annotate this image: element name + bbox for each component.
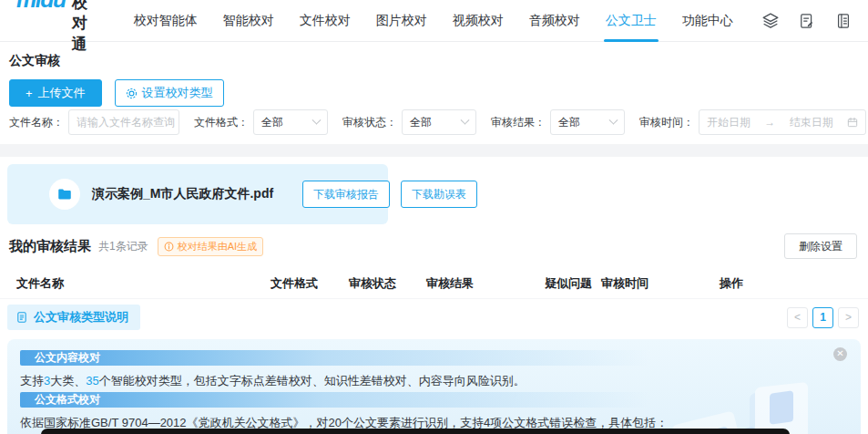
logo-suffix-text: 校对通 <box>72 0 88 55</box>
set-proof-type-button[interactable]: 设置校对类型 <box>115 79 224 107</box>
format-proof-heading: 公文格式校对 <box>20 392 650 408</box>
section-divider <box>0 144 868 157</box>
main-nav: 校对智能体 智能校对 文件校对 图片校对 视频校对 音频校对 公文卫士 功能中心 <box>121 0 746 42</box>
column-review-time: 审核时间 <box>601 275 648 292</box>
top-nav-bar: midu 校对通 校对智能体 智能校对 文件校对 图片校对 视频校对 音频校对 … <box>0 0 868 42</box>
window-bottom-edge <box>41 429 790 434</box>
header-actions: w <box>746 9 868 33</box>
content-text-part: 支持 <box>20 374 44 388</box>
column-review-result: 审核结果 <box>426 275 474 292</box>
review-time-label: 审核时间： <box>639 115 694 130</box>
action-buttons: + 上传文件 设置校对类型 <box>9 79 224 107</box>
delete-settings-label: 删除设置 <box>799 239 842 254</box>
filter-review-result: 审核结果： 全部 <box>491 109 625 135</box>
calendar-icon <box>847 117 858 128</box>
column-suspected-issues: 疑似问题 <box>545 275 592 292</box>
next-page-button[interactable]: > <box>838 307 859 328</box>
nav-item-proof-agent[interactable]: 校对智能体 <box>121 0 210 42</box>
review-result-value: 全部 <box>558 115 580 130</box>
document-icon <box>15 311 28 324</box>
end-date-placeholder: 结束日期 <box>790 115 833 130</box>
chevron-down-icon <box>461 115 470 124</box>
content-proof-heading-band: 公文内容校对 <box>20 350 650 366</box>
content-highlight-35: 35 <box>86 374 98 388</box>
file-name-search-input[interactable]: 请输入文件名称查询 <box>68 109 179 135</box>
file-name-placeholder: 请输入文件名称查询 <box>77 115 175 130</box>
column-file-name: 文件名称 <box>16 275 64 292</box>
doc-type-description-label: 公文审核类型说明 <box>34 309 128 326</box>
filter-file-format: 文件格式： 全部 <box>194 109 328 135</box>
content-text-part: 个智能校对类型，包括文字标点差错校对、知识性差错校对、内容导向风险识别。 <box>99 374 526 388</box>
page-number-1[interactable]: 1 <box>812 307 833 328</box>
content-text-part: 大类、 <box>50 374 86 388</box>
filter-bar: 文件名称： 请输入文件名称查询 文件格式： 全部 审核状态： 全部 审核结果： … <box>9 109 868 135</box>
filter-review-status: 审核状态： 全部 <box>342 109 476 135</box>
range-arrow: → <box>764 116 775 129</box>
plus-icon: + <box>26 87 33 100</box>
ai-generated-badge: 校对结果由AI生成 <box>158 237 263 256</box>
next-page-arrow-icon: > <box>845 311 852 324</box>
delete-settings-button[interactable]: 删除设置 <box>784 233 857 259</box>
prev-page-button[interactable]: < <box>787 307 808 328</box>
page-title: 公文审核 <box>9 53 60 69</box>
results-title: 我的审核结果 <box>9 238 91 255</box>
review-result-select[interactable]: 全部 <box>550 109 625 135</box>
folder-icon <box>49 179 80 210</box>
doc-type-description-tab[interactable]: 公文审核类型说明 <box>7 305 140 330</box>
banner-illustration <box>653 385 817 434</box>
nav-item-image-proof[interactable]: 图片校对 <box>363 0 440 42</box>
upload-file-button[interactable]: + 上传文件 <box>9 79 102 107</box>
date-range-picker[interactable]: 开始日期 → 结束日期 <box>699 109 866 135</box>
file-format-label: 文件格式： <box>194 115 249 130</box>
review-status-value: 全部 <box>410 115 432 130</box>
nav-item-audio-proof[interactable]: 音频校对 <box>516 0 593 42</box>
upload-file-label: 上传文件 <box>38 85 86 101</box>
ai-generated-badge-label: 校对结果由AI生成 <box>178 240 257 253</box>
review-status-select[interactable]: 全部 <box>402 109 476 135</box>
info-icon <box>164 242 174 252</box>
app-logo[interactable]: midu 校对通 <box>16 0 88 55</box>
nav-item-file-proof[interactable]: 文件校对 <box>287 0 363 42</box>
chevron-down-icon <box>609 115 618 124</box>
set-proof-type-label: 设置校对类型 <box>142 85 213 101</box>
notebook-icon[interactable] <box>832 9 855 33</box>
download-errata-button[interactable]: 下载勘误表 <box>401 181 477 208</box>
results-header-row: 我的审核结果 共1条记录 校对结果由AI生成 删除设置 <box>9 233 857 259</box>
column-actions: 操作 <box>720 275 743 292</box>
start-date-placeholder: 开始日期 <box>707 115 751 130</box>
chevron-down-icon <box>312 115 322 124</box>
demo-file-name: 演示案例_M市人民政府文件.pdf <box>92 186 273 202</box>
download-report-label: 下载审核报告 <box>313 187 379 202</box>
file-format-select[interactable]: 全部 <box>253 109 328 135</box>
nav-item-smart-proof[interactable]: 智能校对 <box>210 0 287 42</box>
file-name-label: 文件名称： <box>9 115 64 130</box>
filter-review-time: 审核时间： 开始日期 → 结束日期 <box>639 109 866 135</box>
type-description-banner: ✕ 公文内容校对 支持3大类、35个智能校对类型，包括文字标点差错校对、知识性差… <box>7 339 861 434</box>
column-review-status: 审核状态 <box>349 275 396 292</box>
demo-file-card: 演示案例_M市人民政府文件.pdf 下载审核报告 下载勘误表 <box>7 164 388 224</box>
layers-icon[interactable] <box>759 9 782 33</box>
close-icon[interactable]: ✕ <box>833 347 847 361</box>
nav-item-gov-doc-guard[interactable]: 公文卫士 <box>593 0 669 42</box>
logo-brand-text: midu <box>16 0 66 13</box>
file-format-value: 全部 <box>261 115 283 130</box>
pagination: < 1 > <box>787 307 859 328</box>
results-count: 共1条记录 <box>98 239 148 254</box>
type-description-row: 公文审核类型说明 < 1 > <box>7 305 859 330</box>
review-status-label: 审核状态： <box>342 115 397 130</box>
content-proof-heading: 公文内容校对 <box>20 350 650 366</box>
results-table-header: 文件名称 文件格式 审核状态 审核结果 疑似问题 审核时间 操作 <box>0 268 868 299</box>
filter-file-name: 文件名称： 请输入文件名称查询 <box>9 109 179 135</box>
review-result-label: 审核结果： <box>491 115 546 130</box>
nav-item-feature-center[interactable]: 功能中心 <box>669 0 746 42</box>
page-number-label: 1 <box>820 311 826 324</box>
download-report-button[interactable]: 下载审核报告 <box>302 181 390 208</box>
prev-page-arrow-icon: < <box>794 311 801 324</box>
gear-icon <box>126 88 138 99</box>
content-proof-description: 支持3大类、35个智能校对类型，包括文字标点差错校对、知识性差错校对、内容导向风… <box>20 373 526 389</box>
note-edit-icon[interactable] <box>795 9 819 33</box>
nav-item-video-proof[interactable]: 视频校对 <box>440 0 516 42</box>
column-file-format: 文件格式 <box>271 275 318 292</box>
format-proof-heading-band: 公文格式校对 <box>20 392 650 408</box>
download-errata-label: 下载勘误表 <box>412 187 466 202</box>
